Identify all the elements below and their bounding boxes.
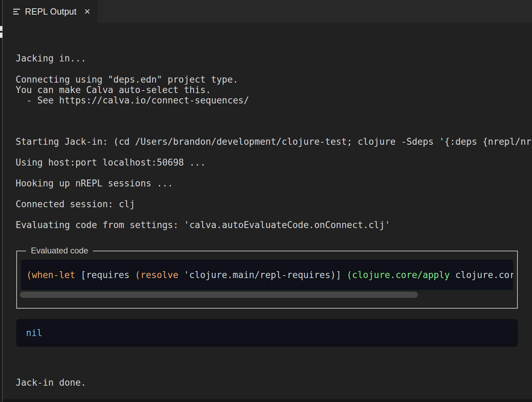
- tab-label: REPL Output: [25, 7, 77, 17]
- panel-divider: [2, 0, 3, 402]
- left-edge-artifact: [0, 26, 2, 31]
- evaluated-code-frame: Evaluated code (when-let [requires (reso…: [16, 251, 518, 309]
- output-line: Evaluating code from settings: 'calva.au…: [16, 220, 532, 230]
- output-line: - See https://calva.io/connect-sequences…: [16, 95, 532, 106]
- evaluated-code-block: (when-let [requires (resolve 'clojure.ma…: [21, 260, 513, 290]
- output-line-jackin-done: Jack-in done.: [16, 377, 532, 388]
- left-edge-artifact: [0, 33, 2, 38]
- evaluated-code-legend: Evaluated code: [26, 246, 93, 256]
- code-token: clojure.core: [450, 270, 513, 280]
- output-line: Using host:port localhost:50698 ...: [16, 157, 532, 168]
- code-token: (when-let: [26, 270, 75, 280]
- code-token: [requires: [75, 270, 135, 280]
- repl-output-content: Jacking in... Connecting using "deps.edn…: [0, 23, 532, 399]
- close-icon[interactable]: ×: [82, 6, 93, 17]
- result-value: nil: [16, 328, 42, 338]
- output-line: Hooking up nREPL sessions ...: [16, 178, 532, 189]
- scrollbar-thumb[interactable]: [20, 292, 418, 298]
- editor-tab-bar: REPL Output ×: [3, 0, 532, 23]
- result-box: nil: [16, 319, 518, 347]
- output-line: Jacking in...: [16, 53, 532, 64]
- code-horizontal-scrollbar[interactable]: [20, 292, 514, 298]
- output-line: You can make Calva auto-select this.: [16, 85, 532, 95]
- code-token: (resolve: [135, 270, 178, 280]
- code-token: 'clojure.main/repl-requires)]: [178, 270, 346, 280]
- code-token: (clojure.core/apply: [347, 270, 450, 280]
- clojure-code-line: (when-let [requires (resolve 'clojure.ma…: [21, 270, 513, 280]
- output-icon: [13, 8, 21, 15]
- tab-repl-output[interactable]: REPL Output ×: [3, 0, 97, 23]
- output-line: Connected session: clj: [16, 199, 532, 209]
- output-line-jackin-command: Starting Jack-in: (cd /Users/brandon/dev…: [16, 136, 532, 147]
- repl-output-window: REPL Output × Jacking in... Connecting u…: [0, 0, 532, 402]
- bottom-panel-edge: [0, 399, 532, 402]
- output-line: Connecting using "deps.edn" project type…: [16, 74, 532, 85]
